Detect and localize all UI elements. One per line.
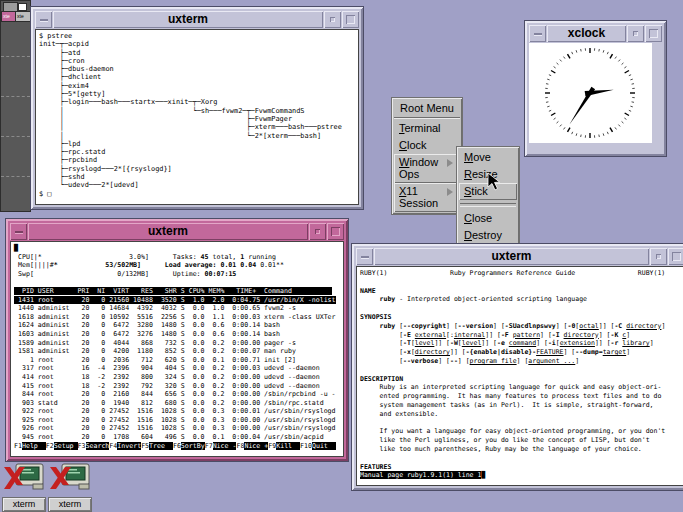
iconify-button[interactable] xyxy=(356,248,373,265)
fvwm-pager[interactable]: xtexte xyxy=(0,0,31,212)
window-title: xclock xyxy=(547,25,626,42)
menu-item-clock[interactable]: Clock xyxy=(394,137,460,154)
iconify-button[interactable] xyxy=(35,11,52,28)
maximize-button[interactable] xyxy=(668,248,683,265)
pager-page-divider xyxy=(1,176,30,177)
window-title: uxterm xyxy=(28,223,308,240)
maximize-small-button[interactable] xyxy=(650,248,667,265)
maximize-small-icon xyxy=(330,17,335,22)
iconify-button[interactable] xyxy=(10,223,27,240)
window-man-terminal: uxterm RUBY(1) Ruby Programmers Referenc… xyxy=(351,243,683,491)
window-title: uxterm xyxy=(53,11,323,28)
window-pstree-terminal: uxterm $ pstree init─┬─acpid ├─atd ├─cro… xyxy=(30,6,364,210)
maximize-small-icon xyxy=(633,31,638,36)
maximize-icon xyxy=(331,227,340,236)
icon-xterm-2[interactable]: xterm xyxy=(48,463,92,512)
pager-mini-window[interactable] xyxy=(18,3,27,11)
maximize-button[interactable] xyxy=(342,11,359,28)
icon-label: xterm xyxy=(48,497,92,512)
pager-mini-window[interactable]: xte xyxy=(15,11,31,22)
xterm-icon xyxy=(3,463,45,492)
maximize-small-button[interactable] xyxy=(309,223,326,240)
titlebar-htop[interactable]: uxterm xyxy=(10,223,344,240)
menu-item-window-ops[interactable]: Window Ops xyxy=(394,154,460,183)
iconify-icon xyxy=(15,231,23,233)
maximize-small-button[interactable] xyxy=(324,11,341,28)
iconify-icon xyxy=(361,256,369,258)
maximize-small-button[interactable] xyxy=(627,25,644,42)
icon-label: xterm xyxy=(2,497,46,512)
window-title: uxterm xyxy=(374,248,649,265)
menu-item-x11-session[interactable]: X11 Session xyxy=(394,183,460,212)
menu-separator xyxy=(460,203,516,207)
menu-item-stick[interactable]: Stick xyxy=(459,183,517,200)
window-ops-menu: MoveResizeStickCloseDestroy xyxy=(456,146,520,247)
root-menu-title: Root Menu xyxy=(394,100,460,118)
maximize-icon xyxy=(346,15,355,24)
terminal-pstree-output[interactable]: $ pstree init─┬─acpid ├─atd ├─cron ├─dbu… xyxy=(35,29,359,205)
titlebar-man[interactable]: uxterm xyxy=(356,248,683,265)
desktop[interactable]: xtexte uxterm $ pstree init─┬─acpid ├─at… xyxy=(0,0,683,512)
menu-item-resize[interactable]: Resize xyxy=(459,166,517,183)
pager-page-divider xyxy=(1,96,30,97)
terminal-man-page[interactable]: RUBY(1) Ruby Programmers Reference Guide… xyxy=(356,266,683,486)
maximize-small-icon xyxy=(315,229,320,234)
menu-item-move[interactable]: Move xyxy=(459,149,517,166)
pager-page-divider xyxy=(1,56,30,57)
root-menu: Root Menu TerminalClockWindow OpsX11 Ses… xyxy=(391,97,463,215)
analog-clock-face xyxy=(529,43,652,143)
icon-xterm-1[interactable]: xterm xyxy=(2,463,46,512)
iconify-icon xyxy=(534,33,542,35)
menu-item-close[interactable]: Close xyxy=(459,210,517,227)
iconify-button[interactable] xyxy=(529,25,546,42)
maximize-button[interactable] xyxy=(327,223,344,240)
window-xclock: xclock xyxy=(524,20,667,157)
titlebar-pstree[interactable]: uxterm xyxy=(35,11,359,28)
window-htop-terminal: uxterm █ CPU[|* 3.0%] Tasks: 45 total, 1… xyxy=(5,218,349,462)
menu-item-destroy[interactable]: Destroy xyxy=(459,227,517,244)
terminal-htop-output[interactable]: █ CPU[|* 3.0%] Tasks: 45 total, 1 runnin… xyxy=(10,241,344,457)
maximize-button[interactable] xyxy=(645,25,662,42)
pager-page-divider xyxy=(1,136,30,137)
xterm-icon xyxy=(49,463,91,492)
menu-item-terminal[interactable]: Terminal xyxy=(394,120,460,137)
maximize-small-icon xyxy=(656,254,661,259)
titlebar-xclock[interactable]: xclock xyxy=(529,25,662,42)
iconify-icon xyxy=(40,19,48,21)
maximize-icon xyxy=(649,29,658,38)
maximize-icon xyxy=(672,252,681,261)
